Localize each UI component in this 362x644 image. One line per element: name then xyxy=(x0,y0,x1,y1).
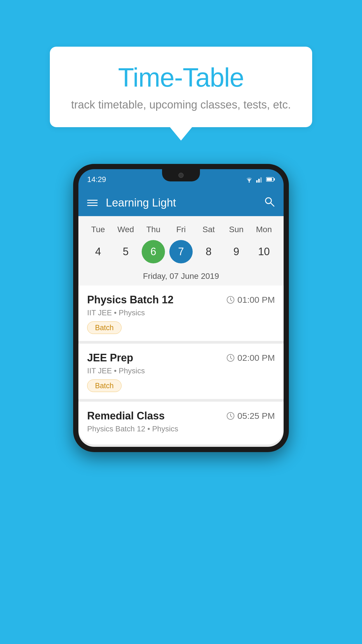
card-title-2: JEE Prep xyxy=(87,352,133,364)
card-subtitle-2: IIT JEE • Physics xyxy=(87,366,275,375)
batch-badge-1: Batch xyxy=(87,321,122,334)
day-5[interactable]: 5 xyxy=(114,240,137,263)
phone-content: Physics Batch 12 01:00 PM IIT JEE • Phys… xyxy=(78,286,284,447)
card-title-3: Remedial Class xyxy=(87,410,165,422)
search-icon[interactable] xyxy=(264,196,275,210)
day-header-mon: Mon xyxy=(252,225,275,234)
status-bar: 14:29 xyxy=(78,169,284,190)
svg-line-8 xyxy=(271,203,274,206)
tooltip-card-wrapper: Time-Table track timetable, upcoming cla… xyxy=(50,47,312,141)
phone-outer: 14:29 xyxy=(73,164,289,452)
menu-icon[interactable] xyxy=(87,200,98,206)
wifi-icon xyxy=(245,176,253,183)
day-10[interactable]: 10 xyxy=(252,240,275,263)
time-text-3: 05:25 PM xyxy=(238,411,275,421)
schedule-card-remedial[interactable]: Remedial Class 05:25 PM Physics Batch 12… xyxy=(78,402,284,444)
day-9[interactable]: 9 xyxy=(225,240,248,263)
day-header-thu: Thu xyxy=(142,225,165,234)
signal-icon xyxy=(256,176,263,183)
notch-cutout xyxy=(162,169,200,181)
tooltip-arrow xyxy=(170,127,192,141)
svg-rect-2 xyxy=(258,179,260,183)
time-text-1: 01:00 PM xyxy=(238,295,275,305)
tooltip-subtitle: track timetable, upcoming classes, tests… xyxy=(67,99,295,111)
day-8[interactable]: 8 xyxy=(197,240,220,263)
card-time-1: 01:00 PM xyxy=(226,295,275,305)
svg-rect-6 xyxy=(267,178,272,181)
day-header-tue: Tue xyxy=(86,225,110,234)
battery-icon xyxy=(266,177,275,182)
status-time: 14:29 xyxy=(87,175,106,184)
calendar-section: Tue Wed Thu Fri Sat Sun Mon 4 5 6 7 8 9 … xyxy=(78,216,284,286)
day-header-wed: Wed xyxy=(114,225,137,234)
day-header-fri: Fri xyxy=(169,225,193,234)
batch-badge-2: Batch xyxy=(87,379,122,392)
card-row-top-1: Physics Batch 12 01:00 PM xyxy=(87,294,275,306)
day-numbers: 4 5 6 7 8 9 10 xyxy=(78,237,284,269)
svg-line-17 xyxy=(231,416,232,417)
tooltip-card: Time-Table track timetable, upcoming cla… xyxy=(50,47,312,127)
day-6-today[interactable]: 6 xyxy=(142,240,165,263)
card-subtitle-3: Physics Batch 12 • Physics xyxy=(87,424,275,433)
schedule-card-jee-prep[interactable]: JEE Prep 02:00 PM IIT JEE • Physics Batc… xyxy=(78,344,284,399)
svg-rect-5 xyxy=(274,178,275,181)
tooltip-title: Time-Table xyxy=(67,63,295,93)
card-time-3: 05:25 PM xyxy=(226,411,275,421)
selected-date-label: Friday, 07 June 2019 xyxy=(78,269,284,286)
card-subtitle-1: IIT JEE • Physics xyxy=(87,308,275,317)
day-4[interactable]: 4 xyxy=(86,240,110,263)
svg-rect-1 xyxy=(256,180,258,183)
clock-icon-1 xyxy=(226,296,235,304)
app-title: Learning Light xyxy=(106,197,264,209)
clock-icon-2 xyxy=(226,354,235,362)
svg-line-11 xyxy=(231,300,232,301)
svg-line-14 xyxy=(231,358,232,359)
day-header-sat: Sat xyxy=(197,225,220,234)
card-row-top-3: Remedial Class 05:25 PM xyxy=(87,410,275,422)
camera-dot xyxy=(178,173,184,178)
card-title-1: Physics Batch 12 xyxy=(87,294,173,306)
schedule-card-physics-batch[interactable]: Physics Batch 12 01:00 PM IIT JEE • Phys… xyxy=(78,286,284,341)
time-text-2: 02:00 PM xyxy=(238,353,275,363)
day-headers: Tue Wed Thu Fri Sat Sun Mon xyxy=(78,222,284,237)
day-header-sun: Sun xyxy=(225,225,248,234)
card-time-2: 02:00 PM xyxy=(226,353,275,363)
svg-point-0 xyxy=(249,181,250,183)
clock-icon-3 xyxy=(226,412,235,420)
phone-mockup: 14:29 xyxy=(73,164,289,452)
app-bar: Learning Light xyxy=(78,190,284,216)
day-7-selected[interactable]: 7 xyxy=(169,240,193,263)
card-row-top-2: JEE Prep 02:00 PM xyxy=(87,352,275,364)
status-icons xyxy=(245,176,275,183)
svg-rect-3 xyxy=(260,177,262,183)
